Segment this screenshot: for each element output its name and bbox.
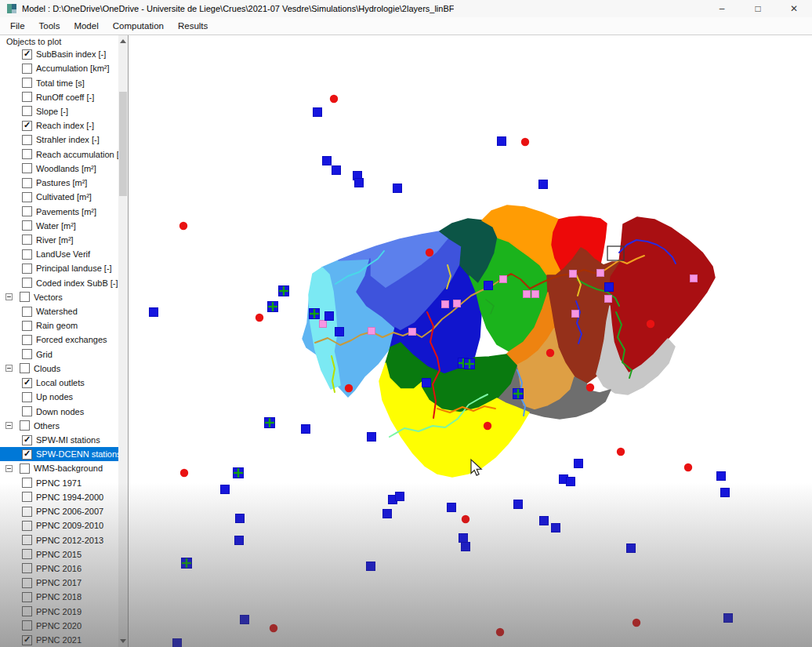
spw-dcenn-station-marker[interactable] <box>302 425 310 434</box>
layer-row-reach-index[interactable]: Reach index [-] <box>0 118 118 133</box>
layer-checkbox[interactable] <box>22 278 32 288</box>
local-outlet-marker[interactable] <box>268 302 278 312</box>
menu-item-model[interactable]: Model <box>67 21 105 31</box>
spw-dcenn-station-marker[interactable] <box>323 157 332 165</box>
spw-mi-station-marker[interactable] <box>572 311 579 318</box>
layer-checkbox[interactable] <box>22 192 32 202</box>
layer-row-ppnc-2020[interactable]: PPNC 2020 <box>0 619 118 633</box>
local-outlet-marker[interactable] <box>310 309 320 319</box>
layer-checkbox[interactable] <box>22 121 32 131</box>
local-outlet-marker[interactable] <box>465 359 475 369</box>
spw-dcenn-station-marker[interactable] <box>567 478 575 486</box>
spw-dcenn-station-marker[interactable] <box>173 639 182 647</box>
layer-row-ppnc-2019[interactable]: PPNC 2019 <box>0 605 118 619</box>
layer-checkbox[interactable] <box>22 378 32 388</box>
red-dot-station-marker[interactable] <box>462 515 469 523</box>
watershed-map[interactable] <box>129 35 812 647</box>
layer-row-slope[interactable]: Slope [-] <box>0 104 118 118</box>
sidebar-scrollbar[interactable] <box>118 35 128 647</box>
scrollbar-thumb[interactable] <box>119 92 127 196</box>
layer-checkbox[interactable] <box>22 335 32 345</box>
spw-dcenn-station-marker[interactable] <box>484 282 493 290</box>
layer-row-ppnc-2006-2007[interactable]: PPNC 2006-2007 <box>0 504 118 518</box>
spw-dcenn-station-marker[interactable] <box>605 283 614 292</box>
layer-row-grid[interactable]: Grid <box>0 347 118 362</box>
scrollbar-up-arrow-icon[interactable] <box>120 39 126 43</box>
layer-row-ppnc-2015[interactable]: PPNC 2015 <box>0 547 118 562</box>
layer-checkbox[interactable] <box>22 507 32 517</box>
red-dot-station-marker[interactable] <box>484 422 491 430</box>
collapse-toggle-icon[interactable] <box>5 422 13 429</box>
layer-row-ppnc-2012-2013[interactable]: PPNC 2012-2013 <box>0 533 118 547</box>
layer-row-runoff-coeff[interactable]: RunOff coeff [-] <box>0 90 118 104</box>
layer-row-forced-exchanges[interactable]: Forced exchanges <box>0 333 118 347</box>
layer-checkbox[interactable] <box>22 249 32 260</box>
minimize-button[interactable]: – <box>704 0 740 17</box>
spw-dcenn-station-marker[interactable] <box>540 517 549 525</box>
layer-row-spw-dcenn-stations[interactable]: SPW-DCENN stations <box>0 447 118 461</box>
spw-dcenn-station-marker[interactable] <box>367 562 375 571</box>
layer-row-ppnc-1994-2000[interactable]: PPNC 1994-2000 <box>0 490 118 504</box>
layer-row-pastures-m[interactable]: Pastures [m²] <box>0 176 118 190</box>
layer-row-local-outlets[interactable]: Local outlets <box>0 376 118 390</box>
layer-row-strahler-index[interactable]: Strahler index [-] <box>0 133 118 147</box>
red-dot-station-marker[interactable] <box>330 95 338 103</box>
layer-checkbox[interactable] <box>22 635 32 645</box>
layer-checkbox[interactable] <box>22 435 32 445</box>
red-dot-station-marker[interactable] <box>684 463 692 471</box>
layer-checkbox[interactable] <box>22 220 32 231</box>
layer-checkbox[interactable] <box>22 234 32 245</box>
scrollbar-down-arrow-icon[interactable] <box>120 639 126 643</box>
layer-checkbox[interactable] <box>22 307 32 317</box>
spw-dcenn-station-marker[interactable] <box>724 614 733 623</box>
menu-item-results[interactable]: Results <box>171 21 215 31</box>
spw-dcenn-station-marker[interactable] <box>368 433 376 442</box>
spw-mi-station-marker[interactable] <box>320 321 327 328</box>
spw-dcenn-station-marker[interactable] <box>627 544 636 553</box>
spw-dcenn-station-marker[interactable] <box>575 460 583 468</box>
layer-checkbox[interactable] <box>22 92 32 102</box>
close-button[interactable]: ✕ <box>776 0 812 17</box>
red-dot-station-marker[interactable] <box>496 628 504 636</box>
layer-row-coded-index-subb[interactable]: Coded index SubB [-] <box>0 276 118 290</box>
layer-checkbox[interactable] <box>20 363 30 373</box>
layer-checkbox[interactable] <box>22 163 32 173</box>
spw-dcenn-station-marker[interactable] <box>150 308 158 317</box>
spw-dcenn-station-marker[interactable] <box>552 524 560 533</box>
map-canvas[interactable] <box>129 35 812 647</box>
spw-mi-station-marker[interactable] <box>409 329 416 336</box>
layer-checkbox[interactable] <box>22 264 32 274</box>
layer-row-rain-geom[interactable]: Rain geom <box>0 318 118 333</box>
red-dot-station-marker[interactable] <box>633 619 640 627</box>
layer-row-ppnc-2017[interactable]: PPNC 2017 <box>0 576 118 590</box>
layer-checkbox[interactable] <box>22 206 32 216</box>
collapse-toggle-icon[interactable] <box>5 365 13 372</box>
layer-checkbox[interactable] <box>22 478 32 488</box>
layer-row-ppnc-1971[interactable]: PPNC 1971 <box>0 476 118 490</box>
layer-checkbox[interactable] <box>22 406 32 416</box>
layer-row-cultivated-m[interactable]: Cultivated [m²] <box>0 190 118 204</box>
red-dot-station-marker[interactable] <box>256 314 263 322</box>
spw-dcenn-station-marker[interactable] <box>514 500 523 509</box>
spw-dcenn-station-marker[interactable] <box>314 108 322 117</box>
red-dot-station-marker[interactable] <box>180 469 188 477</box>
layer-checkbox[interactable] <box>22 149 32 159</box>
layer-row-watershed[interactable]: Watershed <box>0 304 118 318</box>
layer-row-ppnc-2009-2010[interactable]: PPNC 2009-2010 <box>0 518 118 533</box>
local-outlet-marker[interactable] <box>265 418 275 428</box>
spw-dcenn-station-marker[interactable] <box>355 179 364 187</box>
spw-mi-station-marker[interactable] <box>524 291 531 298</box>
local-outlet-marker[interactable] <box>513 389 524 399</box>
red-dot-station-marker[interactable] <box>179 222 187 230</box>
red-dot-station-marker[interactable] <box>586 383 594 391</box>
spw-dcenn-station-marker[interactable] <box>241 616 249 624</box>
layer-checkbox[interactable] <box>22 535 32 545</box>
spw-dcenn-station-marker[interactable] <box>539 180 548 189</box>
spw-mi-station-marker[interactable] <box>532 291 539 298</box>
red-dot-station-marker[interactable] <box>521 138 529 146</box>
spw-mi-station-marker[interactable] <box>597 270 604 277</box>
spw-dcenn-station-marker[interactable] <box>721 489 730 497</box>
layer-row-spw-mi-stations[interactable]: SPW-MI stations <box>0 433 118 447</box>
layer-row-subbasin-index[interactable]: SubBasin index [-] <box>0 47 118 61</box>
spw-dcenn-station-marker[interactable] <box>498 137 506 146</box>
